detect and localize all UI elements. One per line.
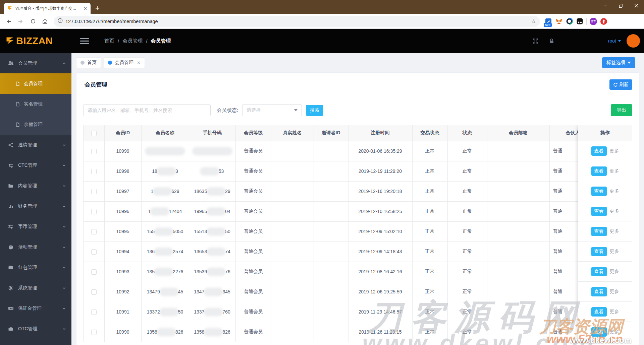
tab-close-icon[interactable]: ✕	[84, 6, 87, 11]
sidebar-subitem[interactable]: 实名管理	[0, 94, 71, 114]
column-header: 注册时间	[348, 125, 412, 141]
view-button[interactable]: 查看	[591, 207, 607, 216]
more-link[interactable]: 更多	[610, 309, 619, 315]
forward-icon[interactable]	[15, 16, 26, 27]
avatar[interactable]	[627, 34, 640, 48]
more-link[interactable]: 更多	[610, 168, 619, 174]
more-link[interactable]: 更多	[610, 249, 619, 255]
view-button[interactable]: 查看	[591, 247, 607, 256]
window-close-button[interactable]	[629, 0, 644, 11]
browser-tab[interactable]: 管理后台 - 币严|全球数字资产交… ✕	[4, 3, 91, 14]
row-checkbox[interactable]	[91, 149, 97, 154]
sidebar-item[interactable]: 内容管理	[0, 176, 71, 196]
breadcrumb-item[interactable]: 首页	[104, 38, 114, 44]
window-minimize-button[interactable]	[598, 0, 613, 11]
sidebar-item[interactable]: 财务管理	[0, 196, 71, 216]
trade-status-cell: 正常	[412, 161, 447, 181]
metamask-icon[interactable]	[555, 18, 562, 25]
dark-extension-icon[interactable]	[576, 18, 583, 25]
view-button[interactable]: 查看	[591, 267, 607, 276]
tag-options-button[interactable]: 标签选项	[602, 57, 635, 68]
more-link[interactable]: 更多	[610, 329, 619, 335]
sidebar-item[interactable]: CTC管理	[0, 155, 71, 176]
trade-status-cell: 正常	[412, 141, 447, 161]
page-tab-chip[interactable]: 首页	[76, 57, 101, 68]
back-icon[interactable]	[3, 16, 14, 27]
row-checkbox[interactable]	[91, 249, 97, 255]
row-checkbox[interactable]	[91, 269, 97, 275]
id-cell: 10992	[104, 282, 141, 302]
export-button[interactable]: 导出	[611, 104, 632, 116]
sidebar-item[interactable]: 活动管理	[0, 237, 71, 257]
censored-blur	[156, 269, 172, 274]
ring-extension-icon[interactable]	[566, 18, 573, 25]
sidebar-subitem[interactable]: 余额管理	[0, 114, 71, 135]
status-cell: 正常	[447, 161, 487, 181]
real-name-cell	[271, 181, 314, 201]
row-checkbox[interactable]	[91, 330, 97, 335]
view-button[interactable]: 查看	[591, 227, 607, 236]
row-checkbox[interactable]	[91, 169, 97, 174]
hamburger-menu-icon[interactable]	[80, 37, 89, 45]
address-bar[interactable]: 127.0.0.1:9527/#/member/membermanage ☆	[54, 16, 540, 27]
row-checkbox[interactable]	[91, 209, 97, 214]
row-checkbox[interactable]	[91, 189, 97, 194]
sidebar-item[interactable]: 邀请管理	[0, 135, 71, 155]
censored-suffix: 74	[225, 249, 230, 254]
member-name-cell: 183	[141, 161, 189, 181]
view-button[interactable]: 查看	[591, 287, 607, 296]
sidebar-item[interactable]: 会员管理	[0, 53, 71, 73]
more-link[interactable]: 更多	[610, 269, 619, 275]
page-tab-chip[interactable]: 会员管理✕	[104, 57, 145, 68]
search-input[interactable]	[83, 104, 211, 116]
more-link[interactable]: 更多	[610, 208, 619, 214]
row-checkbox[interactable]	[91, 229, 97, 234]
member-name-cell: 1347945	[141, 282, 189, 302]
view-button[interactable]: 查看	[591, 327, 607, 337]
id-cell: 10998	[104, 161, 141, 181]
refresh-button[interactable]: 刷新	[609, 79, 632, 90]
more-link[interactable]: 更多	[610, 289, 619, 295]
row-checkbox[interactable]	[91, 289, 97, 295]
sidebar-item[interactable]: 系统管理	[0, 278, 71, 298]
sidebar-subitem[interactable]: 会员管理	[0, 73, 71, 94]
row-checkbox[interactable]	[91, 309, 97, 315]
sidebar-item[interactable]: 币币管理	[0, 216, 71, 237]
real-name-cell	[271, 141, 314, 161]
select-all-checkbox[interactable]	[91, 131, 97, 136]
folder-icon	[8, 183, 15, 189]
sidebar-item[interactable]: 红包管理	[0, 257, 71, 278]
home-icon[interactable]	[40, 16, 50, 27]
sidebar-item[interactable]: 保证金管理	[0, 298, 71, 319]
level-cell: 普通会员	[235, 201, 271, 221]
censored-blur	[205, 309, 221, 315]
view-button[interactable]: 查看	[591, 146, 607, 156]
more-link[interactable]: 更多	[610, 228, 619, 234]
search-button[interactable]: 搜索	[306, 105, 323, 116]
bookmark-star-icon[interactable]: ☆	[531, 18, 536, 24]
window-maximize-button[interactable]	[613, 0, 629, 11]
breadcrumb-item[interactable]: 会员管理	[122, 38, 143, 44]
view-button[interactable]: 查看	[591, 307, 607, 317]
extension-new-icon[interactable]: New	[545, 18, 552, 25]
user-menu[interactable]: root	[608, 38, 621, 44]
new-tab-button[interactable]: +	[95, 5, 100, 12]
reload-icon[interactable]	[28, 16, 38, 27]
table-row: 1099313522761353976普通会员2019-12-08 16:42:…	[84, 262, 632, 282]
view-button[interactable]: 查看	[591, 166, 607, 176]
more-link[interactable]: 更多	[610, 148, 619, 154]
table-row: 1099413625741365374普通会员2019-12-09 14:18:…	[84, 242, 632, 262]
site-info-icon[interactable]	[58, 18, 63, 24]
member-status-select[interactable]: 请选择	[242, 104, 302, 116]
view-button[interactable]: 查看	[591, 187, 607, 196]
close-icon[interactable]: ✕	[137, 60, 141, 65]
update-arrow-icon[interactable]	[600, 18, 607, 25]
fullscreen-icon[interactable]	[532, 38, 539, 44]
sidebar-item[interactable]: OTC管理	[0, 319, 71, 339]
file-icon	[15, 81, 21, 86]
lock-icon[interactable]	[549, 38, 554, 44]
chevron-down-icon	[62, 163, 66, 167]
screen: 管理后台 - 币严|全球数字资产交… ✕ +	[0, 0, 644, 345]
more-link[interactable]: 更多	[610, 188, 619, 194]
profile-avatar-badge[interactable]: 贤军	[590, 18, 597, 25]
